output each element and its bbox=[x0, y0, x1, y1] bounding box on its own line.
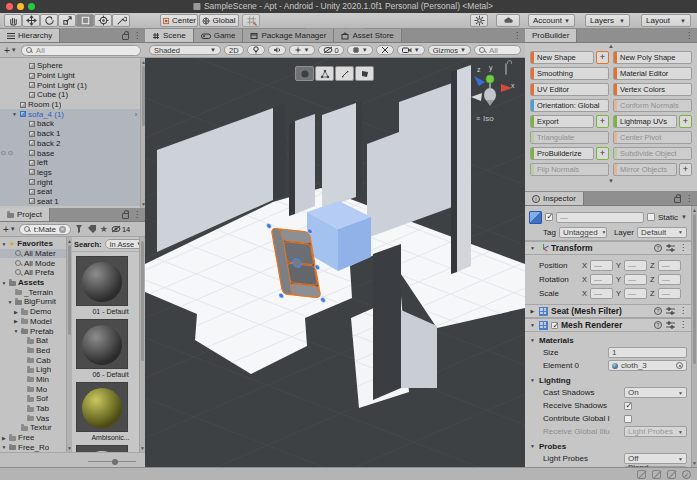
custom-tools-button[interactable] bbox=[112, 14, 130, 27]
probuilder-options-button[interactable]: + bbox=[679, 115, 692, 128]
kebab-menu-icon[interactable]: ⋮ bbox=[133, 32, 141, 40]
help-icon[interactable]: ? bbox=[654, 321, 662, 329]
search-by-type-icon[interactable] bbox=[74, 224, 84, 234]
project-tree-row[interactable]: ▼Prefab bbox=[0, 326, 66, 336]
project-tree-row[interactable]: ▼Free_Ro bbox=[0, 442, 66, 452]
project-tree-row[interactable]: All Mode bbox=[0, 258, 66, 268]
presets-icon[interactable] bbox=[666, 244, 675, 252]
layer-dropdown[interactable]: Default▼ bbox=[637, 227, 687, 238]
favorites-star-icon[interactable]: ★ bbox=[100, 225, 108, 234]
project-tree-row[interactable]: Tab bbox=[0, 404, 66, 414]
tab-asset-store[interactable]: Asset Store bbox=[334, 29, 401, 42]
rotate-tool-button[interactable] bbox=[40, 14, 58, 27]
camera-dropdown[interactable]: ▼ bbox=[397, 45, 425, 55]
probuilder-button[interactable]: Vertex Colors bbox=[613, 83, 692, 96]
scene-visibility-toggle[interactable]: 0 bbox=[318, 45, 344, 55]
grid-snapping-button[interactable] bbox=[242, 14, 260, 27]
material-tile[interactable]: 06 - Default bbox=[76, 319, 145, 378]
size-field[interactable]: 1 bbox=[608, 347, 687, 358]
hierarchy-row[interactable]: back 1 bbox=[0, 129, 140, 139]
move-tool-button[interactable] bbox=[22, 14, 40, 27]
vertex-mode-button[interactable] bbox=[315, 66, 334, 81]
hierarchy-row[interactable]: right bbox=[0, 177, 140, 187]
cast-shadows-dropdown[interactable]: On▼ bbox=[624, 387, 687, 398]
audio-toggle-button[interactable] bbox=[268, 45, 286, 55]
name-field[interactable]: — bbox=[556, 212, 644, 223]
probuilder-button[interactable]: Orientation: Global bbox=[530, 99, 609, 112]
scroll-down-arrow[interactable]: ▼ bbox=[525, 178, 697, 184]
presets-icon[interactable] bbox=[666, 307, 675, 315]
active-checkbox[interactable] bbox=[545, 213, 553, 221]
project-tree-row[interactable]: Textur bbox=[0, 423, 66, 433]
kebab-menu-icon[interactable]: ⋮ bbox=[679, 244, 687, 252]
hidden-count-toggle[interactable]: 14 bbox=[111, 225, 130, 234]
gameobject-icon[interactable] bbox=[529, 211, 542, 224]
hierarchy-row[interactable]: legs bbox=[0, 168, 140, 178]
hierarchy-row[interactable]: base bbox=[0, 148, 140, 158]
hierarchy-row[interactable]: seat bbox=[0, 187, 140, 197]
project-tree-row[interactable]: Min bbox=[0, 375, 66, 385]
transform-tool-button[interactable] bbox=[94, 14, 112, 27]
project-tree-row[interactable]: Sof bbox=[0, 394, 66, 404]
component-tools-button[interactable] bbox=[376, 45, 394, 55]
transform-value-field[interactable]: — bbox=[624, 260, 647, 271]
wall-mid[interactable] bbox=[322, 103, 356, 209]
static-dropdown-caret[interactable]: ▼ bbox=[681, 214, 687, 220]
probuilder-button[interactable]: New Shape bbox=[530, 51, 594, 64]
2d-toggle-button[interactable]: 2D bbox=[224, 45, 244, 55]
grid-visibility-dropdown[interactable]: ▼ bbox=[347, 45, 373, 55]
kebab-menu-icon[interactable]: ⋮ bbox=[513, 32, 521, 40]
tab-project[interactable]: Project bbox=[0, 208, 50, 221]
inspector-scrollbar[interactable]: ▲ ▼ bbox=[691, 206, 697, 467]
project-tree-row[interactable]: All Prefa bbox=[0, 268, 66, 278]
cache-disabled-icon[interactable] bbox=[652, 470, 661, 479]
hierarchy-search-input[interactable]: All bbox=[21, 45, 141, 56]
lighting-toggle-button[interactable] bbox=[247, 45, 265, 55]
services-disabled-icon[interactable] bbox=[667, 470, 676, 479]
help-icon[interactable]: ? bbox=[654, 307, 662, 315]
close-window-button[interactable] bbox=[6, 3, 13, 10]
project-tree-row[interactable]: ▶Model bbox=[0, 317, 66, 327]
project-tree-row[interactable]: ▼BigFurnit bbox=[0, 297, 66, 307]
prefab-open-arrow[interactable]: › bbox=[135, 111, 137, 118]
kebab-menu-icon[interactable]: ⋮ bbox=[685, 32, 693, 40]
kebab-menu-icon[interactable]: ⋮ bbox=[133, 211, 141, 219]
tab-package-manager[interactable]: Package Manager bbox=[243, 29, 334, 42]
lighting-foldout[interactable]: ▼Lighting bbox=[525, 374, 691, 386]
project-tree-row[interactable]: All Mater bbox=[0, 249, 66, 259]
meshrenderer-component-header[interactable]: ▼ Mesh Renderer ? ⋮ bbox=[525, 318, 691, 332]
transform-value-field[interactable]: — bbox=[658, 260, 681, 271]
kebab-menu-icon[interactable]: ⋮ bbox=[679, 307, 687, 315]
tab-inspector[interactable]: i Inspector bbox=[525, 192, 584, 205]
scale-tool-button[interactable] bbox=[58, 14, 76, 27]
project-tree-row[interactable]: Vas bbox=[0, 413, 66, 423]
wall-narrow[interactable] bbox=[295, 114, 315, 214]
object-mode-button[interactable] bbox=[295, 66, 314, 81]
project-tree-row[interactable]: _Terrain bbox=[0, 287, 66, 297]
hierarchy-row[interactable]: back 2 bbox=[0, 139, 140, 149]
probuilder-button[interactable]: ProBuilderize bbox=[530, 147, 594, 160]
project-tree-row[interactable]: Bed bbox=[0, 346, 66, 356]
hierarchy-row[interactable]: Point Light (1) bbox=[0, 80, 140, 90]
search-by-label-icon[interactable] bbox=[87, 224, 97, 234]
kebab-menu-icon[interactable]: ⋮ bbox=[679, 321, 687, 329]
probuilder-options-button[interactable]: + bbox=[596, 147, 609, 160]
project-tree-row[interactable]: Bat bbox=[0, 336, 66, 346]
materials-foldout[interactable]: ▼Materials bbox=[525, 334, 691, 346]
status-ok-icon[interactable]: ✓ bbox=[682, 470, 691, 479]
tab-hierarchy[interactable]: Hierarchy bbox=[0, 29, 60, 42]
probuilder-button[interactable]: Smoothing bbox=[530, 67, 609, 80]
scene-canvas[interactable]: z y x bbox=[145, 58, 525, 467]
lock-icon[interactable] bbox=[122, 34, 129, 40]
project-tree-row[interactable]: Cab bbox=[0, 355, 66, 365]
object-picker-icon[interactable] bbox=[676, 362, 683, 369]
probuilder-options-button[interactable]: + bbox=[596, 115, 609, 128]
thumbnail-size-slider[interactable] bbox=[88, 461, 136, 462]
transform-value-field[interactable]: — bbox=[658, 288, 681, 299]
wall-tall-right[interactable] bbox=[457, 65, 471, 272]
layers-dropdown[interactable]: Layers▼ bbox=[585, 14, 630, 27]
probuilder-button[interactable]: New Poly Shape bbox=[613, 51, 692, 64]
contribute-gi-checkbox[interactable] bbox=[624, 415, 632, 423]
hierarchy-row[interactable]: back bbox=[0, 119, 140, 129]
pivot-mode-button[interactable]: Center bbox=[160, 14, 198, 27]
